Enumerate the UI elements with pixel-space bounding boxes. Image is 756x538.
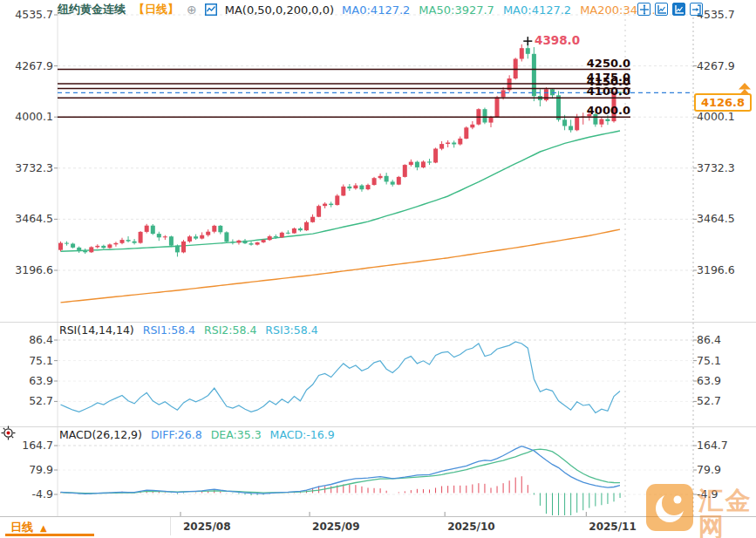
exit-chart-icon[interactable] (690, 3, 703, 16)
high-price-label: 4398.0 (535, 33, 580, 47)
ma-settings-label[interactable]: MA(0,50,0,200,0,0) (225, 3, 334, 17)
macd-axis-label: 164.7 (697, 439, 753, 452)
ma-legend-item: MA0:4127.2 (503, 3, 571, 17)
axis-scale-active-icon[interactable] (672, 3, 685, 16)
tab-active-underline (5, 534, 94, 536)
macd-axis-label: 79.9 (0, 463, 53, 476)
macd-axis-label: 164.7 (0, 439, 53, 452)
chart-header: 纽约黄金连续 【日线】 ⊕ MA(0,50,0,200,0,0) MA0:412… (58, 2, 663, 17)
macd-header: MACD(26,12,9)DIFF:26.8DEA:35.3MACD:-16.9 (59, 428, 352, 441)
rsi-axis-label: 63.9 (0, 374, 53, 387)
chevron-up-icon: ▲ (40, 523, 47, 533)
price-axis-label: 3196.6 (0, 263, 53, 276)
hline-label: 4000.0 (559, 104, 630, 117)
symbol-title: 纽约黄金连续 (58, 2, 126, 17)
price-axis-label: 4267.9 (0, 59, 53, 72)
month-label: 2025/10 (447, 521, 494, 533)
ma-legend-item: MA50:3927.7 (419, 3, 494, 17)
hline-label: 4250.0 (559, 57, 630, 70)
pan-icon[interactable] (637, 3, 650, 16)
chart-window: 纽约黄金连续 【日线】 ⊕ MA(0,50,0,200,0,0) MA0:412… (0, 0, 756, 538)
tab-daily-label: 日线 (10, 521, 33, 534)
month-label: 2025/11 (589, 521, 636, 533)
rsi-axis-label: 86.4 (0, 333, 53, 346)
macd-params-label[interactable]: MACD(26,12,9) (59, 428, 142, 441)
rsi-params-label[interactable]: RSI(14,14,14) (59, 323, 134, 337)
add-indicator-icon[interactable]: ⊕ (187, 3, 197, 17)
price-axis-label: 4267.9 (697, 59, 753, 72)
rsi-axis-label: 75.1 (697, 354, 753, 367)
bottom-bar-divider (170, 517, 171, 535)
rsi-legend-item: RSI1:58.4 (143, 323, 195, 337)
axis-scale-icon[interactable] (655, 3, 668, 16)
rsi-axis-label: 86.4 (697, 333, 753, 346)
price-axis-label: 4535.7 (697, 8, 753, 21)
price-axis-label: 4000.1 (0, 110, 53, 123)
chart-type-icon[interactable] (205, 3, 217, 16)
macd-axis-label: 79.9 (697, 463, 753, 476)
price-axis-label: 3732.3 (0, 161, 53, 174)
macd-legend-item: DIFF:26.8 (151, 428, 202, 441)
price-axis-label: 3196.6 (697, 263, 753, 276)
month-label: 2025/08 (183, 521, 230, 533)
price-axis-label: 3464.5 (0, 212, 53, 225)
rsi-legend-item: RSI2:58.4 (204, 323, 256, 337)
macd-axis-label: -4.9 (697, 487, 753, 501)
candles-layer (58, 41, 623, 256)
month-label: 2025/09 (312, 521, 359, 533)
rsi-axis-label: 63.9 (697, 374, 753, 387)
macd-legend-item: DEA:35.3 (211, 428, 262, 441)
rsi-axis-label: 52.7 (0, 394, 53, 407)
hline-label: 4100.0 (559, 85, 630, 98)
macd-axis-label: -4.9 (0, 487, 53, 501)
macd-legend-item: MACD:-16.9 (270, 428, 335, 441)
alert-arrow-icon[interactable] (737, 83, 753, 98)
time-axis-bar: 日线▲ 2025/082025/092025/102025/11 (0, 516, 756, 535)
ma-legend-item: MA0:4127.2 (342, 3, 410, 17)
rsi-axis-label: 52.7 (697, 394, 753, 407)
price-axis-label: 3732.3 (697, 161, 753, 174)
rsi-axis-label: 75.1 (0, 354, 53, 367)
rsi-header: RSI(14,14,14)RSI1:58.4RSI2:58.4RSI3:58.4 (59, 323, 336, 337)
chart-toolbar (637, 3, 703, 16)
price-axis-label: 4535.7 (0, 8, 53, 21)
price-axis-label: 3464.5 (697, 212, 753, 225)
chart-canvas[interactable] (0, 0, 756, 538)
price-axis-label: 4000.1 (697, 110, 753, 123)
rsi-legend-item: RSI3:58.4 (265, 323, 317, 337)
ma-legend: MA0:4127.2MA50:3927.7MA0:4127.2MA200:341… (342, 3, 663, 17)
indicator-target-icon[interactable] (1, 426, 16, 440)
period-label: 【日线】 (133, 2, 179, 17)
